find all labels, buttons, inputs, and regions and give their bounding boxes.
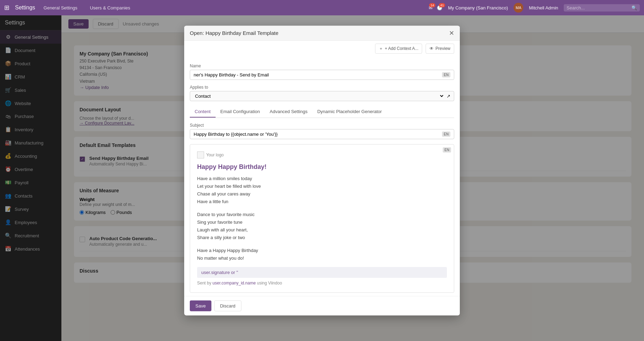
- nav-general-settings[interactable]: General Settings: [41, 4, 80, 12]
- email-sent-by: Sent by user.company_id.name using Viind…: [197, 281, 447, 286]
- signature-text: user.signature or '': [201, 270, 238, 275]
- notification-badges: ✉ 14 🕐 41: [429, 5, 442, 10]
- messages-count: 14: [429, 3, 435, 7]
- badge-messages[interactable]: ✉ 14: [429, 5, 433, 10]
- email-logo: Your logo: [197, 151, 447, 158]
- tab-dynamic-placeholder[interactable]: Dynamic Placeholder Generator: [312, 106, 387, 117]
- subject-input[interactable]: [194, 131, 442, 136]
- subject-lang-badge: EN: [442, 131, 450, 136]
- search-bar: 🔍: [564, 4, 640, 12]
- modal-tabs: Content Email Configuration Advanced Set…: [190, 106, 454, 118]
- applies-to-label: Applies to: [190, 84, 454, 89]
- add-context-button[interactable]: ＋ + Add Context A...: [375, 43, 422, 53]
- external-link-icon[interactable]: ↗: [447, 93, 450, 98]
- body-line-5: Sing your favorite tune: [197, 218, 447, 226]
- applies-to-field: Applies to Contact ↗: [190, 84, 454, 101]
- nav-users-companies[interactable]: Users & Companies: [87, 4, 133, 12]
- activities-count: 41: [439, 3, 445, 7]
- tab-email-configuration[interactable]: Email Configuration: [216, 106, 265, 117]
- user-avatar[interactable]: MA: [514, 3, 523, 13]
- body-line-9: No matter what you do!: [197, 254, 447, 262]
- modal-header: Open: Happy Birthday Email Template ✕: [184, 25, 460, 40]
- body-line-1: Let your heart be filled with love: [197, 182, 447, 190]
- subject-input-container: EN: [190, 129, 454, 139]
- logo-text: Your logo: [206, 152, 224, 157]
- name-input-container: EN: [190, 69, 454, 80]
- body-line-4: Dance to your favorite music: [197, 211, 447, 218]
- preview-button[interactable]: 👁 Preview: [426, 43, 454, 53]
- modal-discard-button[interactable]: Discard: [214, 301, 241, 311]
- preview-lang-badge: EN: [443, 147, 451, 152]
- email-body: Have a million smiles today Let your hea…: [197, 175, 447, 262]
- top-nav: ⊞ Settings General Settings Users & Comp…: [0, 0, 644, 15]
- modal-toolbar: ＋ + Add Context A... 👁 Preview: [184, 40, 460, 58]
- search-input[interactable]: [567, 5, 629, 10]
- modal-close-button[interactable]: ✕: [449, 30, 454, 36]
- email-signature: user.signature or '': [197, 267, 447, 278]
- name-input[interactable]: [194, 72, 441, 77]
- search-icon: 🔍: [631, 5, 637, 10]
- body-line-0: Have a million smiles today: [197, 175, 447, 182]
- logo-icon: [197, 151, 204, 158]
- body-line-8: Have a Happy Happy Birthday: [197, 247, 447, 254]
- tab-content[interactable]: Content: [190, 106, 216, 117]
- name-label: Name: [190, 63, 454, 68]
- subject-field: Subject EN: [190, 123, 454, 139]
- company-name[interactable]: My Company (San Francisco): [448, 5, 508, 10]
- subject-label: Subject: [190, 123, 454, 127]
- badge-activities[interactable]: 🕐 41: [437, 5, 442, 10]
- modal-body: Name EN Applies to Contact ↗ Content Ema…: [184, 58, 460, 296]
- tab-advanced-settings[interactable]: Advanced Settings: [265, 106, 312, 117]
- sent-by-link[interactable]: user.company_id.name: [212, 281, 256, 286]
- apps-icon[interactable]: ⊞: [4, 4, 9, 12]
- email-heading: Happy Happy Birthday!: [197, 163, 447, 170]
- user-name[interactable]: Mitchell Admin: [529, 5, 558, 10]
- body-line-3: Have a little fun: [197, 198, 447, 206]
- top-nav-items: General Settings Users & Companies: [41, 4, 133, 12]
- modal-save-button[interactable]: Save: [190, 301, 211, 311]
- applies-to-select-container[interactable]: Contact ↗: [190, 91, 454, 101]
- applies-to-select[interactable]: Contact: [194, 93, 444, 99]
- email-preview: EN Your logo Happy Happy Birthday! Have …: [190, 144, 454, 293]
- body-line-6: Laugh with all your heart,: [197, 226, 447, 234]
- sent-by-using: using Viindoo: [257, 281, 282, 286]
- app-title: Settings: [15, 5, 35, 11]
- name-field: Name EN: [190, 63, 454, 80]
- plus-icon: ＋: [379, 45, 383, 51]
- body-line-7: Share a silly joke or two: [197, 234, 447, 242]
- body-line-2: Chase all your cares away: [197, 190, 447, 198]
- modal-happy-birthday-template: Open: Happy Birthday Email Template ✕ ＋ …: [184, 25, 460, 315]
- preview-icon: 👁: [429, 46, 434, 51]
- name-lang-badge: EN: [442, 72, 450, 77]
- modal-title: Open: Happy Birthday Email Template: [190, 30, 278, 36]
- modal-footer: Save Discard: [184, 296, 460, 316]
